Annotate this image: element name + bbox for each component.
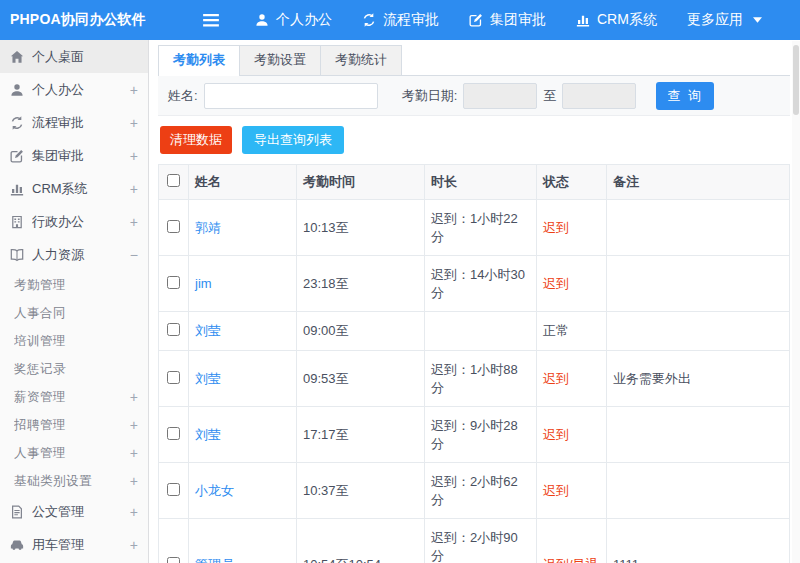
expand-toggle[interactable]: + bbox=[126, 504, 138, 520]
user-icon bbox=[10, 83, 32, 97]
table-row: 刘莹17:17至迟到：9小时28分迟到 bbox=[159, 407, 790, 463]
home-icon bbox=[10, 50, 32, 64]
sidebar-item-label: 薪资管理 bbox=[14, 389, 126, 406]
sidebar-item-label: 行政办公 bbox=[32, 213, 126, 231]
sidebar-item[interactable]: 集团审批+ bbox=[0, 139, 148, 172]
clean-data-button[interactable]: 清理数据 bbox=[160, 126, 232, 154]
sidebar-item[interactable]: 人力资源− bbox=[0, 238, 148, 271]
sidebar-item[interactable]: 行政办公+ bbox=[0, 205, 148, 238]
note-cell bbox=[607, 256, 790, 312]
topnav-item-0[interactable]: 个人办公 bbox=[240, 0, 347, 40]
sidebar-item[interactable]: 个人桌面 bbox=[0, 40, 148, 73]
sidebar-item[interactable]: 公文管理+ bbox=[0, 495, 148, 528]
status-badge: 正常 bbox=[543, 323, 569, 338]
expand-toggle[interactable]: + bbox=[126, 389, 138, 405]
employee-name-link[interactable]: 刘莹 bbox=[195, 427, 221, 442]
sidebar-item[interactable]: 用车管理+ bbox=[0, 528, 148, 561]
employee-name-link[interactable]: 小龙女 bbox=[195, 483, 234, 498]
note-cell: 1111 bbox=[607, 519, 790, 563]
sidebar-item[interactable]: 人事管理+ bbox=[0, 439, 148, 467]
name-cell: 郭靖 bbox=[189, 200, 297, 256]
row-checkbox-cell bbox=[159, 256, 189, 312]
expand-toggle[interactable]: − bbox=[126, 247, 138, 263]
expand-toggle[interactable]: + bbox=[126, 115, 138, 131]
topnav-item-1[interactable]: 流程审批 bbox=[347, 0, 454, 40]
topnav-item-2[interactable]: 集团审批 bbox=[454, 0, 561, 40]
date-to-input[interactable] bbox=[562, 83, 636, 109]
tab-2[interactable]: 考勤统计 bbox=[320, 45, 402, 75]
action-bar: 清理数据 导出查询列表 bbox=[158, 116, 790, 164]
topnav-item-3[interactable]: CRM系统 bbox=[561, 0, 672, 40]
edit-icon bbox=[10, 149, 32, 163]
column-header: 考勤时间 bbox=[297, 165, 425, 200]
expand-toggle[interactable]: + bbox=[126, 181, 138, 197]
sidebar-item[interactable]: 考勤管理 bbox=[0, 271, 148, 299]
employee-name-link[interactable]: 郭靖 bbox=[195, 220, 221, 235]
row-checkbox-cell bbox=[159, 200, 189, 256]
name-cell: 刘莹 bbox=[189, 351, 297, 407]
date-from-input[interactable] bbox=[463, 83, 537, 109]
column-header: 时长 bbox=[425, 165, 537, 200]
employee-name-link[interactable]: 刘莹 bbox=[195, 371, 221, 386]
row-checkbox[interactable] bbox=[167, 276, 180, 289]
flow-icon bbox=[362, 13, 376, 27]
employee-name-link[interactable]: 管理员 bbox=[195, 557, 234, 563]
time-cell: 09:00至 bbox=[297, 312, 425, 351]
row-checkbox[interactable] bbox=[167, 323, 180, 336]
row-checkbox[interactable] bbox=[167, 483, 180, 496]
expand-toggle[interactable]: + bbox=[126, 214, 138, 230]
name-filter-input[interactable] bbox=[204, 83, 378, 109]
menu-icon[interactable] bbox=[202, 11, 220, 29]
sidebar-item[interactable]: 奖惩记录 bbox=[0, 355, 148, 383]
sidebar-item-label: 人事管理 bbox=[14, 445, 126, 462]
scrollbar[interactable] bbox=[792, 41, 800, 563]
row-checkbox[interactable] bbox=[167, 220, 180, 233]
name-cell: 刘莹 bbox=[189, 407, 297, 463]
sidebar-item-label: 招聘管理 bbox=[14, 417, 126, 434]
expand-toggle[interactable]: + bbox=[126, 445, 138, 461]
search-button[interactable]: 查 询 bbox=[656, 82, 714, 110]
sidebar-item[interactable]: CRM系统+ bbox=[0, 172, 148, 205]
export-list-button[interactable]: 导出查询列表 bbox=[242, 126, 344, 154]
expand-toggle[interactable]: + bbox=[126, 417, 138, 433]
date-to-label: 至 bbox=[543, 87, 556, 105]
sidebar-item-label: 用车管理 bbox=[32, 536, 126, 554]
sidebar-item[interactable]: 招聘管理+ bbox=[0, 411, 148, 439]
tab-bar: 考勤列表考勤设置考勤统计 bbox=[158, 46, 790, 76]
org-icon bbox=[10, 215, 32, 229]
row-checkbox[interactable] bbox=[167, 371, 180, 384]
row-checkbox-cell bbox=[159, 407, 189, 463]
scrollbar-thumb[interactable] bbox=[793, 45, 799, 115]
expand-toggle[interactable]: + bbox=[126, 148, 138, 164]
expand-toggle[interactable]: + bbox=[126, 537, 138, 553]
tab-1[interactable]: 考勤设置 bbox=[239, 45, 321, 75]
sidebar-item[interactable]: 流程审批+ bbox=[0, 106, 148, 139]
table-row: 管理员10:54至10:54迟到：2小时90分 早退：7小时10分迟到/早退11… bbox=[159, 519, 790, 563]
header-checkbox-cell bbox=[159, 165, 189, 200]
table-row: 刘莹09:00至正常 bbox=[159, 312, 790, 351]
status-badge: 迟到 bbox=[543, 371, 569, 386]
topnav-item-label: 个人办公 bbox=[276, 11, 332, 29]
select-all-checkbox[interactable] bbox=[167, 174, 180, 187]
expand-toggle[interactable]: + bbox=[126, 473, 138, 489]
app-title: PHPOA协同办公软件 bbox=[0, 11, 149, 29]
sidebar-item[interactable]: 薪资管理+ bbox=[0, 383, 148, 411]
time-cell: 09:53至 bbox=[297, 351, 425, 407]
sidebar-item[interactable]: 个人办公+ bbox=[0, 73, 148, 106]
name-cell: jim bbox=[189, 256, 297, 312]
employee-name-link[interactable]: jim bbox=[195, 276, 212, 291]
sidebar-item[interactable]: 培训管理 bbox=[0, 327, 148, 355]
topnav-item-4[interactable]: 更多应用 bbox=[672, 0, 777, 40]
sidebar-item[interactable]: 基础类别设置+ bbox=[0, 467, 148, 495]
top-nav: 个人办公流程审批集团审批CRM系统更多应用 bbox=[240, 0, 777, 40]
expand-toggle[interactable]: + bbox=[126, 82, 138, 98]
topnav-item-label: CRM系统 bbox=[597, 11, 657, 29]
tab-0[interactable]: 考勤列表 bbox=[158, 45, 240, 75]
name-cell: 小龙女 bbox=[189, 463, 297, 519]
row-checkbox-cell bbox=[159, 312, 189, 351]
employee-name-link[interactable]: 刘莹 bbox=[195, 323, 221, 338]
table-row: jim23:18至迟到：14小时30分迟到 bbox=[159, 256, 790, 312]
sidebar-item[interactable]: 人事合同 bbox=[0, 299, 148, 327]
row-checkbox[interactable] bbox=[167, 427, 180, 440]
row-checkbox[interactable] bbox=[167, 557, 180, 563]
